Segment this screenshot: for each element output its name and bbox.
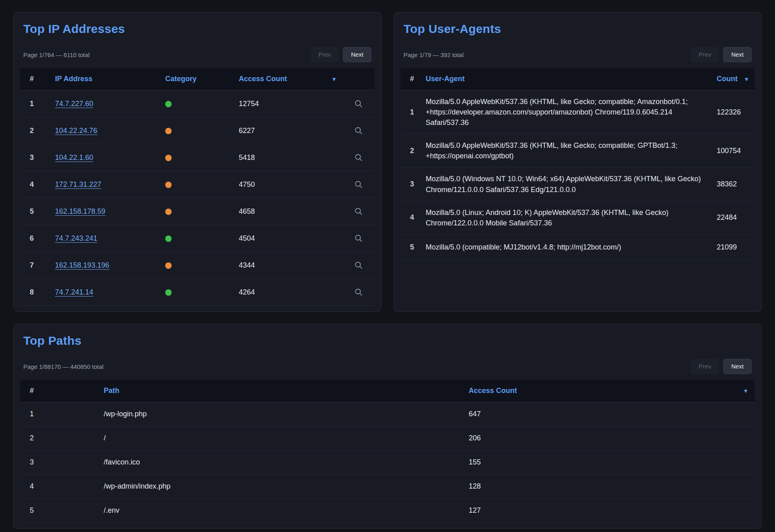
path-cell: / <box>104 434 469 442</box>
category-dot <box>165 182 172 188</box>
count-cell: 22484 <box>717 213 755 222</box>
rank-cell: 3 <box>20 153 55 162</box>
column-header-rank: # <box>20 387 104 395</box>
access-count-cell: 127 <box>469 506 755 515</box>
count-cell: 122326 <box>717 108 755 117</box>
search-icon[interactable] <box>352 232 365 245</box>
prev-page-button[interactable]: Prev <box>691 359 719 374</box>
prev-page-button[interactable]: Prev <box>310 47 339 62</box>
search-icon[interactable] <box>352 286 365 299</box>
pager: Prev Next <box>310 47 371 62</box>
top-user-agents-panel: Top User-Agents Page 1/79 — 392 total Pr… <box>394 12 762 312</box>
rank-cell: 1 <box>20 410 104 418</box>
category-dot <box>165 235 172 242</box>
rank-cell: 5 <box>20 207 55 216</box>
rank-cell: 1 <box>20 100 55 108</box>
table-row: 5 Mozilla/5.0 (compatible; MJ12bot/v1.4.… <box>400 235 755 260</box>
column-header-category: Category <box>165 75 239 83</box>
category-dot <box>165 262 172 269</box>
ip-address-link[interactable]: 162.158.193.196 <box>55 261 109 269</box>
access-count-cell: 4658 <box>239 207 342 216</box>
column-header-label: Access Count <box>469 387 517 395</box>
category-dot <box>165 209 172 215</box>
rank-cell: 4 <box>20 180 55 189</box>
access-count-cell: 647 <box>469 410 755 418</box>
rank-cell: 6 <box>20 234 55 243</box>
search-icon[interactable] <box>352 259 365 272</box>
rank-cell: 2 <box>400 147 426 155</box>
column-header-access-count[interactable]: Access Count ▼ <box>239 75 342 83</box>
sort-desc-icon: ▼ <box>743 388 748 394</box>
user-agent-table: # User-Agent Count ▼ 1 Mozilla/5.0 Apple… <box>400 68 755 260</box>
column-header-rank: # <box>20 75 55 83</box>
count-cell: 38362 <box>717 180 755 188</box>
path-cell: /wp-admin/index.php <box>104 482 469 491</box>
access-count-cell: 206 <box>469 434 755 442</box>
rank-cell: 8 <box>20 288 55 297</box>
ip-address-link[interactable]: 74.7.227.60 <box>55 100 93 108</box>
sort-desc-icon: ▼ <box>744 76 749 82</box>
access-count-cell: 4750 <box>239 180 342 189</box>
column-header-label: Access Count <box>239 75 287 83</box>
access-count-cell: 12754 <box>239 100 342 108</box>
column-header-ip-address: IP Address <box>55 75 165 83</box>
category-dot <box>165 128 172 134</box>
search-icon[interactable] <box>352 97 365 110</box>
user-agent-cell: Mozilla/5.0 AppleWebKit/537.36 (KHTML, l… <box>426 96 717 128</box>
top-row: Top IP Addresses Page 1/764 — 6110 total… <box>13 12 762 312</box>
panel-title: Top IP Addresses <box>23 22 375 36</box>
rank-cell: 4 <box>400 213 426 222</box>
table-row: 4 Mozilla/5.0 (Linux; Android 10; K) App… <box>400 201 755 235</box>
panel-toolbar: Page 1/88170 — 440850 total Prev Next <box>23 359 752 374</box>
count-cell: 21099 <box>717 243 755 252</box>
access-count-cell: 128 <box>469 482 755 491</box>
next-page-button[interactable]: Next <box>343 47 371 62</box>
next-page-button[interactable]: Next <box>723 47 752 62</box>
pager: Prev Next <box>691 47 752 62</box>
column-header-access-count[interactable]: Access Count ▼ <box>469 387 755 395</box>
ip-address-link[interactable]: 162.158.178.59 <box>55 207 105 215</box>
search-icon[interactable] <box>352 178 365 191</box>
table-row: 5 /.env 127 <box>20 499 755 523</box>
rank-cell: 3 <box>400 180 426 188</box>
top-ip-addresses-panel: Top IP Addresses Page 1/764 — 6110 total… <box>13 12 381 312</box>
rank-cell: 7 <box>20 261 55 270</box>
rank-cell: 2 <box>20 434 104 442</box>
search-icon[interactable] <box>352 124 365 137</box>
access-count-cell: 6227 <box>239 127 342 135</box>
column-header-count[interactable]: Count ▼ <box>717 75 755 83</box>
table-row: 1 74.7.227.60 12754 <box>20 90 375 117</box>
access-count-cell: 4504 <box>239 234 342 243</box>
table-row: 5 162.158.178.59 4658 <box>20 198 375 225</box>
table-row: 3 /favicon.ico 155 <box>20 450 755 475</box>
pagination-status: Page 1/88170 — 440850 total <box>23 363 103 370</box>
search-icon[interactable] <box>352 151 365 164</box>
sort-desc-icon: ▼ <box>331 76 337 82</box>
ip-table: # IP Address Category Access Count ▼ 1 7… <box>20 68 375 306</box>
next-page-button[interactable]: Next <box>723 359 752 374</box>
search-icon[interactable] <box>352 205 365 218</box>
prev-page-button[interactable]: Prev <box>691 47 719 62</box>
ip-address-link[interactable]: 104.22.24.76 <box>55 127 97 135</box>
access-count-cell: 4264 <box>239 288 342 297</box>
table-row: 4 172.71.31.227 4750 <box>20 171 375 198</box>
rank-cell: 5 <box>20 506 104 515</box>
panel-title: Top User-Agents <box>404 22 755 36</box>
count-cell: 100754 <box>717 147 755 155</box>
ip-address-link[interactable]: 74.7.243.241 <box>55 234 97 242</box>
ip-address-link[interactable]: 104.22.1.60 <box>55 153 93 162</box>
table-row: 1 Mozilla/5.0 AppleWebKit/537.36 (KHTML,… <box>400 90 755 134</box>
table-row: 2 104.22.24.76 6227 <box>20 117 375 144</box>
rank-cell: 3 <box>20 458 104 467</box>
path-cell: /favicon.ico <box>104 458 469 467</box>
table-header: # Path Access Count ▼ <box>20 380 755 402</box>
table-header: # IP Address Category Access Count ▼ <box>20 68 375 90</box>
table-row: 2 / 206 <box>20 426 755 450</box>
column-header-user-agent: User-Agent <box>426 75 717 83</box>
ip-address-link[interactable]: 74.7.241.14 <box>55 288 93 296</box>
ip-address-link[interactable]: 172.71.31.227 <box>55 180 101 188</box>
rank-cell: 5 <box>400 243 426 252</box>
pager: Prev Next <box>691 359 752 374</box>
column-header-path: Path <box>104 387 469 395</box>
path-cell: /wp-login.php <box>104 410 469 418</box>
